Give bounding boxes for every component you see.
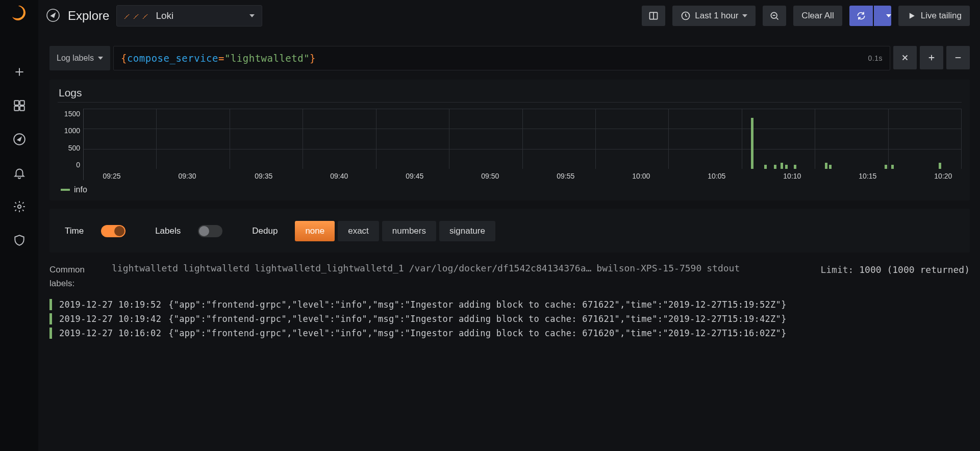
svg-rect-0: [14, 101, 19, 105]
common-label-chip: lightwalletd: [183, 263, 249, 273]
log-volume-chart[interactable]: 150010005000 09:2509:3009:3509:4009:4509…: [58, 109, 962, 180]
query-latency: 0.1s: [868, 54, 883, 62]
labels-toggle[interactable]: [198, 225, 222, 237]
dedup-option-signature[interactable]: signature: [439, 221, 495, 241]
meta-row: Common labels: lightwalletdlightwalletdl…: [49, 261, 970, 297]
log-rows: 2019-12-27 10:19:52{"app":"frontend-grpc…: [49, 297, 970, 340]
add-dashboard-icon[interactable]: [10, 62, 29, 82]
time-range-value: Last 1 hour: [695, 11, 738, 21]
logs-controls-panel: Time Labels Dedup noneexactnumberssignat…: [49, 209, 970, 253]
x-axis: 09:2509:3009:3509:4009:4509:5009:5510:00…: [84, 169, 962, 180]
dedup-option-none[interactable]: none: [295, 221, 335, 241]
page-title: Explore: [68, 9, 109, 23]
dedup-label: Dedup: [252, 226, 278, 236]
y-axis: 150010005000: [58, 109, 83, 180]
split-view-button[interactable]: [642, 6, 665, 26]
clock-icon: [681, 11, 691, 21]
log-message: {"app":"frontend-grpc","level":"info","m…: [168, 299, 970, 310]
common-label-chip: lightwalletd_lightwalletd_1: [255, 263, 404, 273]
chart-bar[interactable]: [939, 163, 941, 169]
refresh-icon: [856, 11, 866, 21]
chart-legend: info: [58, 185, 962, 194]
dedup-segment: noneexactnumberssignature: [295, 221, 495, 241]
topbar: Explore ⟋⟋⟋ Loki Last 1 hour Clear All: [38, 0, 980, 32]
run-query-button[interactable]: [849, 6, 873, 26]
legend-label: info: [74, 185, 87, 194]
live-tailing-button[interactable]: Live tailing: [898, 6, 970, 26]
common-label-chip: bwilson-XPS-15-7590: [596, 263, 701, 273]
common-label-chip: lightwalletd: [112, 263, 178, 273]
shield-icon[interactable]: [10, 231, 29, 250]
settings-gear-icon[interactable]: [10, 197, 29, 216]
legend-swatch-info: [61, 189, 70, 191]
grafana-logo-icon[interactable]: [10, 4, 29, 22]
time-toggle[interactable]: [101, 225, 125, 237]
chevron-down-icon: [886, 14, 891, 17]
log-timestamp: 2019-12-27 10:19:42: [59, 314, 161, 324]
chart-bar[interactable]: [891, 165, 894, 169]
add-query-button[interactable]: [920, 46, 943, 69]
chart-bar[interactable]: [829, 165, 832, 169]
chart-bar[interactable]: [751, 118, 753, 169]
log-timestamp: 2019-12-27 10:16:02: [59, 328, 161, 338]
chevron-down-icon: [742, 14, 747, 17]
query-row: Log labels { compose_service = "lightwal…: [49, 46, 970, 70]
logs-chart-panel: Logs 150010005000 09:2509:3009:3509:4009…: [49, 80, 970, 201]
compass-icon: [45, 8, 61, 24]
sidebar: [0, 0, 38, 451]
panel-title: Logs: [58, 87, 962, 102]
labels-toggle-label: Labels: [155, 226, 181, 236]
dedup-option-exact[interactable]: exact: [338, 221, 379, 241]
svg-rect-1: [20, 101, 24, 105]
close-icon: [900, 53, 910, 62]
chart-bar[interactable]: [781, 163, 783, 169]
chart-bar[interactable]: [794, 165, 796, 169]
svg-point-5: [17, 205, 21, 209]
dedup-option-numbers[interactable]: numbers: [382, 221, 436, 241]
explore-compass-icon[interactable]: [10, 130, 29, 149]
datasource-picker[interactable]: ⟋⟋⟋ Loki: [116, 5, 262, 27]
plus-icon: [927, 53, 936, 62]
search-minus-icon: [769, 11, 780, 21]
clear-query-button[interactable]: [893, 46, 917, 69]
alerting-bell-icon[interactable]: [10, 163, 29, 183]
svg-rect-2: [14, 106, 19, 111]
loki-icon: ⟋⟋⟋: [122, 11, 149, 21]
datasource-name: Loki: [156, 10, 173, 21]
chart-bar[interactable]: [785, 165, 788, 169]
log-level-marker: [49, 299, 52, 310]
play-icon: [907, 11, 917, 21]
limit-display: Limit: 1000 (1000 returned): [820, 263, 970, 277]
run-interval-dropdown[interactable]: [874, 6, 891, 26]
log-level-marker: [49, 328, 52, 339]
log-message: {"app":"frontend-grpc","level":"info","m…: [168, 314, 970, 324]
chart-bar[interactable]: [825, 163, 827, 169]
log-row[interactable]: 2019-12-27 10:16:02{"app":"frontend-grpc…: [49, 326, 970, 340]
log-level-marker: [49, 313, 52, 324]
common-labels-key: Common labels:: [49, 263, 98, 290]
common-label-chip: stdout: [707, 263, 740, 273]
chart-bar[interactable]: [885, 165, 887, 169]
dashboards-icon[interactable]: [10, 96, 29, 115]
log-labels-button[interactable]: Log labels: [49, 46, 110, 70]
log-timestamp: 2019-12-27 10:19:52: [59, 299, 161, 310]
chevron-down-icon: [249, 14, 255, 17]
log-row[interactable]: 2019-12-27 10:19:52{"app":"frontend-grpc…: [49, 297, 970, 312]
remove-query-button[interactable]: [946, 46, 970, 69]
common-label-chip: /var/log/docker/df1542c84134376a…: [409, 263, 592, 273]
time-toggle-label: Time: [65, 226, 84, 236]
log-message: {"app":"frontend-grpc","level":"info","m…: [168, 328, 970, 338]
time-range-picker[interactable]: Last 1 hour: [672, 6, 756, 26]
log-row[interactable]: 2019-12-27 10:19:42{"app":"frontend-grpc…: [49, 312, 970, 326]
svg-rect-3: [20, 106, 24, 111]
clear-all-button[interactable]: Clear All: [793, 6, 842, 26]
minus-icon: [953, 53, 963, 62]
common-labels-values: lightwalletdlightwalletdlightwalletd_lig…: [112, 263, 807, 273]
zoom-out-button[interactable]: [763, 6, 786, 26]
chart-bar[interactable]: [764, 165, 767, 169]
query-input[interactable]: { compose_service = "lightwalletd" } 0.1…: [113, 46, 890, 70]
chevron-down-icon: [98, 57, 103, 60]
chart-bar[interactable]: [774, 165, 776, 169]
